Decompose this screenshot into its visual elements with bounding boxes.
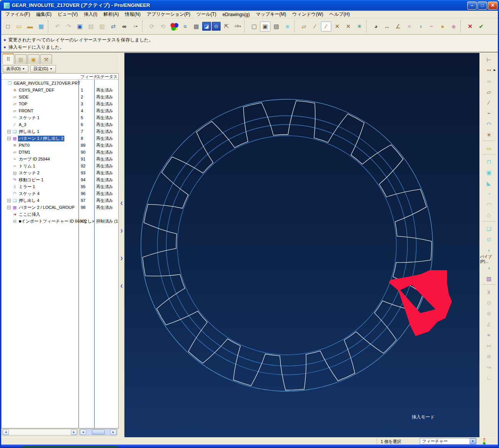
save-button[interactable]: ▦▾ [36,21,46,31]
copy-button[interactable]: ▣▾ [75,21,85,31]
tree-row[interactable]: + ▱ SIDE 2 再生済み [2,94,118,100]
tree-row[interactable]: + ~ カーブ ID 25944 91 再生済み [2,156,118,162]
tree-row[interactable]: + ❏ 押し出し 1 7 再生済み [2,128,118,135]
zoom-fit-button[interactable]: ⊙▾ [212,22,221,31]
collapse-left-icon[interactable]: ❮ [120,201,123,205]
curve-analysis-button[interactable]: ≈▾ [404,21,414,31]
render-button[interactable]: ▩▾ [191,21,201,31]
tree-hscrollbar[interactable]: ◄ ► [2,429,78,435]
tab-model-tree[interactable]: ⠿ [2,53,14,64]
feature-label[interactable]: 押し出し 4 [18,198,40,203]
tree-row[interactable]: + ❒ GEAR_INVOLUTE_Z17OVER.PRT [2,80,118,87]
pipe-tool[interactable]: パイプ(P)...▶ [480,256,498,262]
selection-filter-dropdown[interactable]: フィーチャー ▼ [420,438,476,445]
curvature-analysis-button[interactable]: ~▾ [426,21,437,31]
saved-views-button[interactable]: AB▾ [232,21,243,31]
point-display-button[interactable]: ✕▾ [332,21,342,31]
sweep-tool[interactable]: ◗▶ [484,245,494,255]
expand-icon[interactable]: + [7,206,11,209]
tab-favorites[interactable]: ▣ [28,54,39,64]
offset-measure-tool[interactable]: ⊢▶ [484,55,494,64]
variable-sweep-tool[interactable]: ◖▶ [484,263,494,272]
feature-label[interactable]: PNT0 [18,143,30,148]
expand-right-icon[interactable]: ❯ [120,229,123,233]
datum-plane-display-button[interactable]: ▱▾ [299,21,309,31]
expand-icon[interactable]: + [7,137,11,140]
menu-analysis[interactable]: 解析(A) [100,10,122,18]
columns-hscrollbar[interactable]: ◄ ► [79,429,117,435]
style-tool[interactable]: ▨▶ [484,274,494,283]
menu-window[interactable]: ウィンドウ(W) [289,10,326,18]
axis-tag-display-button[interactable]: ∕▾ [321,21,331,31]
tree-row[interactable]: + ▦ パターン 2 / LOCAL_GROUP 98 再生済み [2,204,118,211]
measure-button[interactable]: ◕▾ [371,21,381,31]
panel-splitter[interactable]: ❮ ❯ ❯ ❮ [119,53,124,436]
datum-curve-tool[interactable]: ~▶ [484,108,494,118]
open-workdir-button[interactable]: ▬▾ [25,21,35,31]
new-file-button[interactable]: □▾ [3,21,13,31]
tree-row[interactable]: + ↷ 移動コピー 1 94 再生済み [2,176,118,183]
select-mode-button[interactable]: ▫▾ [130,21,141,31]
feature-label[interactable]: スケッチ 1 [18,115,40,121]
feature-label[interactable]: スケッチ 2 [18,170,40,176]
tree-row[interactable]: + ❏ 押し出し 4 97 再生済み [2,197,118,204]
feature-label[interactable]: ミラー 1 [18,184,36,190]
repaint-button[interactable]: ◪▾ [202,22,211,31]
feature-label[interactable]: ■インポートフィーチャー ID 66802 [18,218,87,224]
tree-row[interactable]: + ▱ FRONT 4 再生済み [2,107,118,114]
datum-point-tool[interactable]: ✕✕▶ [484,66,494,75]
menu-mapkey[interactable]: マップキー(M) [253,10,289,18]
settings-menu-button[interactable]: 設定(G)▼ [30,65,56,72]
sketch-tool[interactable]: ◠▶ [484,119,494,129]
tree-row[interactable]: + ◠ スケッチ 1 5 再生済み [2,114,118,121]
tree-row[interactable]: + ✕ PNT0 89 再生済み [2,142,118,149]
scroll-right-icon[interactable]: ► [71,430,77,435]
find-button[interactable]: ∞▾ [119,21,129,31]
feature-label[interactable]: パターン 2 / LOCAL_GROUP [18,205,75,210]
wireframe-button[interactable]: ▢▾ [249,21,259,31]
color-wheel-button[interactable]: ▾ [169,21,179,31]
tree-row[interactable]: + ▱ DTM1 90 再生済み [2,149,118,156]
feature-label[interactable]: ここに挿入 [18,212,41,217]
feature-label[interactable]: FRONT [18,108,34,113]
tree-row[interactable]: + ▨ スケッチ 2 93 再生済み [2,169,118,176]
tree-row[interactable]: + ◠ スケッチ 4 96 再生済み [2,190,118,197]
datum-axis-display-button[interactable]: ∕▾ [310,21,320,31]
datum-plane-tool[interactable]: ▱▶ [484,87,494,97]
close-button[interactable]: ✕ [488,2,497,10]
feature-label[interactable]: カーブ ID 25944 [18,156,51,162]
expand-icon[interactable]: + [7,199,11,202]
menu-view[interactable]: ビュー(V) [54,10,81,18]
section-analysis-button[interactable]: ◆▾ [448,21,459,31]
chevron-down-icon[interactable]: ▼ [470,438,476,444]
model-analysis-button[interactable]: ∠▾ [393,21,403,31]
mirror-tool[interactable]: )(▶ [484,287,494,297]
close-window-button[interactable]: ✕▾ [465,21,475,31]
confirm-window-button[interactable]: ✔▾ [476,21,486,31]
tree-row[interactable]: + )( ミラー 1 95 再生済み [2,183,118,190]
menu-info[interactable]: 情報(N) [122,10,144,18]
feature-label[interactable]: SIDE [18,95,29,99]
scroll-left-icon[interactable]: ◄ [3,430,9,435]
feature-label[interactable]: スケッチ 4 [18,191,40,197]
update-button[interactable]: ⇄▾ [108,21,118,31]
maximize-button[interactable]: □ [478,2,487,10]
tree-row[interactable]: + ⊟ ■インポートフィーチャー ID 66802 <なし> 抑制済み (1 [2,218,118,225]
tree-row[interactable]: + ▦ パターン 1 / 押し出し 2 8 再生済み [2,135,118,142]
feature-label[interactable]: CSYS_PART_DEF [18,88,55,92]
tree-row[interactable]: + ∕ A_3 6 再生済み [2,121,118,128]
hidden-line-button[interactable]: ▣▾ [260,21,270,31]
feature-label[interactable]: 移動コピー 1 [18,177,44,183]
csys-display-button[interactable]: ✳▾ [354,21,365,31]
surface-sweep-tool[interactable]: ◔▶ [484,189,494,199]
rib-tool[interactable]: ⊓▶ [484,157,494,166]
shaded-curvature-button[interactable]: ●▾ [437,21,448,31]
feature-label[interactable]: 押し出し 1 [18,129,40,135]
tree-row[interactable]: + ▱ TOP 3 再生済み [2,100,118,107]
collapse-left-icon[interactable]: ❮ [120,284,123,288]
layers-button[interactable]: ≡▾ [180,21,190,31]
style-curve-tool[interactable]: ≈▶ [484,330,494,340]
menu-edit[interactable]: 編集(E) [33,10,54,18]
extrude-tool[interactable]: ❏▶ [484,224,494,233]
open-button[interactable]: ▭▾ [14,21,24,31]
